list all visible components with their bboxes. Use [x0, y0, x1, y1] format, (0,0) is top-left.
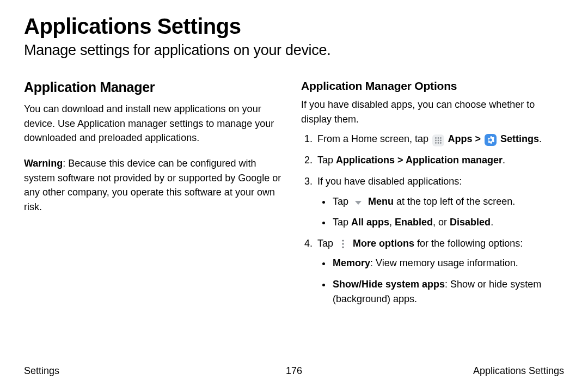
memory-desc: : View memory usage information. — [370, 258, 518, 268]
svg-point-2 — [440, 137, 442, 139]
settings-gear-icon — [485, 134, 497, 146]
svg-point-6 — [435, 142, 437, 144]
svg-point-0 — [435, 137, 437, 139]
step-1: From a Home screen, tap Apps > Settings. — [315, 132, 564, 146]
bullet-showhide: Show/Hide system apps: Show or hide syst… — [332, 277, 564, 306]
more-options-icon — [337, 238, 349, 250]
all-apps-label: All apps — [351, 217, 389, 228]
step2-prefix: Tap — [317, 155, 336, 166]
bullet-menu: Tap Menu at the top left of the screen. — [332, 194, 564, 209]
enabled-label: Enabled — [395, 217, 433, 228]
right-column: Application Manager Options If you have … — [301, 77, 564, 313]
step3-bullets: Tap Menu at the top left of the screen. … — [317, 194, 564, 230]
bullet1-prefix: Tap — [333, 196, 351, 207]
step2-path: Applications > Application manager — [336, 155, 503, 166]
manual-page: Applications Settings Manage settings fo… — [0, 0, 588, 392]
bullet-memory: Memory: View memory usage information. — [332, 256, 564, 271]
step4-bullets: Memory: View memory usage information. S… — [317, 256, 564, 306]
bullet1-rest: at the top left of the screen. — [394, 196, 515, 207]
step-3: If you have disabled applications: Tap M… — [315, 174, 564, 230]
step-4: Tap More options for the following optio… — [315, 236, 564, 307]
step4-rest: for the following options: — [414, 238, 523, 249]
svg-point-5 — [440, 140, 442, 142]
step3-text: If you have disabled applications: — [317, 176, 462, 187]
section-heading-app-manager-options: Application Manager Options — [301, 77, 564, 94]
bullet2-prefix: Tap — [333, 217, 351, 228]
page-footer: Settings 176 Applications Settings — [24, 365, 564, 377]
svg-point-10 — [342, 243, 344, 244]
dropdown-triangle-icon — [352, 197, 364, 209]
svg-point-11 — [342, 246, 344, 248]
apps-grid-icon — [432, 134, 444, 146]
step1-end: . — [539, 133, 542, 144]
menu-label: Menu — [365, 196, 394, 207]
svg-point-3 — [435, 140, 437, 142]
steps-list: From a Home screen, tap Apps > Settings. — [301, 132, 564, 306]
bullet-filter: Tap All apps, Enabled, or Disabled. — [332, 215, 564, 230]
breadcrumb-separator: > — [472, 133, 483, 144]
step4-prefix: Tap — [317, 238, 336, 249]
page-subtitle: Manage settings for applications on your… — [24, 42, 564, 59]
warning-paragraph: Warning: Because this device can be conf… — [24, 156, 287, 215]
showhide-label: Show/Hide system apps — [333, 279, 445, 290]
warning-label: Warning — [24, 158, 63, 169]
comma1: , — [389, 217, 395, 228]
left-column: Application Manager You can download and… — [24, 77, 287, 313]
svg-point-7 — [438, 142, 439, 144]
footer-page-number: 176 — [24, 365, 564, 377]
two-column-layout: Application Manager You can download and… — [24, 77, 564, 313]
bullet2-end: . — [491, 217, 493, 228]
more-options-label: More options — [350, 238, 414, 249]
disabled-label: Disabled — [450, 217, 491, 228]
memory-label: Memory — [333, 258, 370, 268]
page-title: Applications Settings — [24, 14, 564, 39]
svg-point-1 — [438, 137, 439, 139]
step-2: Tap Applications > Application manager. — [315, 153, 564, 168]
apps-label: Apps — [445, 133, 472, 144]
app-manager-description: You can download and install new applica… — [24, 102, 287, 145]
step2-end: . — [503, 155, 505, 166]
warning-text: : Because this device can be configured … — [24, 158, 281, 212]
svg-point-9 — [342, 240, 344, 241]
svg-point-8 — [440, 142, 442, 144]
step1-prefix: From a Home screen, tap — [317, 133, 431, 144]
options-intro: If you have disabled apps, you can choos… — [301, 97, 564, 126]
comma-or: , or — [433, 217, 450, 228]
section-heading-app-manager: Application Manager — [24, 77, 287, 97]
svg-point-4 — [438, 140, 439, 142]
settings-label: Settings — [498, 133, 539, 144]
